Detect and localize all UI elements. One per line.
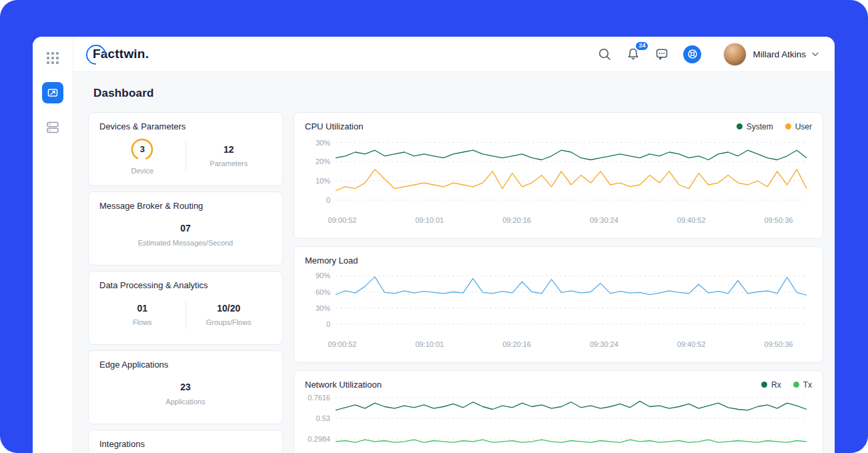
charts-column: CPU Utilization SystemUser 30%20%10%009:… bbox=[294, 112, 823, 453]
stat-parameters: 12 Parameters bbox=[186, 144, 272, 167]
device-progress-ring: 3 bbox=[129, 137, 155, 162]
legend-label: Tx bbox=[803, 380, 812, 390]
stat-value: 12 bbox=[224, 144, 234, 155]
chart-header: CPU Utilization SystemUser bbox=[305, 121, 812, 131]
legend-label: System bbox=[747, 122, 773, 131]
app-window: Facttwin. 24 bbox=[33, 37, 835, 453]
svg-text:09:30:24: 09:30:24 bbox=[590, 340, 618, 348]
chart-title: Network Utilizatioon bbox=[305, 380, 382, 390]
dashboard-icon bbox=[47, 87, 59, 99]
avatar bbox=[723, 43, 747, 66]
stat-groups-flows: 10/20 Groups/Flows bbox=[186, 303, 272, 326]
svg-text:09:50:36: 09:50:36 bbox=[765, 216, 793, 224]
svg-text:90%: 90% bbox=[316, 272, 330, 280]
logo-ring-icon bbox=[82, 41, 110, 69]
chart-plot: 30%20%10%009:00:5209:10:0109:20:1609:30:… bbox=[305, 131, 812, 230]
main-area: Dashboard Devices & Parameters bbox=[73, 72, 835, 453]
stat-row: 23 Applications bbox=[99, 372, 272, 415]
stat-flows: 01 Flows bbox=[99, 303, 185, 326]
svg-text:30%: 30% bbox=[316, 139, 330, 147]
stat-label: Parameters bbox=[209, 159, 248, 167]
stat-label: Device bbox=[131, 167, 153, 175]
support-icon bbox=[687, 48, 699, 60]
app-frame: Facttwin. 24 bbox=[0, 0, 868, 453]
notifications-button[interactable]: 24 bbox=[626, 47, 640, 61]
svg-text:0.7616: 0.7616 bbox=[308, 394, 330, 402]
chart-body: 90%60%30%009:00:5209:10:0109:20:1609:30:… bbox=[305, 266, 812, 354]
topbar: Facttwin. 24 bbox=[73, 37, 835, 72]
svg-text:0: 0 bbox=[326, 320, 330, 328]
svg-text:09:40:52: 09:40:52 bbox=[677, 340, 706, 348]
messages-button[interactable] bbox=[655, 47, 669, 61]
card-title: Devices & Parameters bbox=[99, 121, 272, 131]
chart-plot: 0.76160.530.298409:00:5209:10:0109:20:16… bbox=[305, 390, 812, 453]
chart-header: Memory Load bbox=[305, 256, 812, 266]
card-message-broker: Message Broker & Routing 07 Estimated Me… bbox=[88, 191, 283, 266]
stat-row: 01 Flows 10/20 Groups/Flows bbox=[99, 293, 272, 336]
legend-label: User bbox=[795, 122, 812, 131]
chart-legend: RxTx bbox=[761, 380, 812, 390]
card-title: Data Processing & Analytics bbox=[99, 280, 272, 290]
chart-header: Network Utilizatioon RxTx bbox=[305, 380, 812, 390]
legend-item: User bbox=[785, 122, 812, 131]
stat-value: 01 bbox=[137, 303, 147, 314]
chat-icon bbox=[655, 47, 669, 61]
apps-grid-glyph bbox=[47, 52, 59, 64]
chart-body: 0.76160.530.298409:00:5209:10:0109:20:16… bbox=[305, 390, 812, 453]
chart-title: Memory Load bbox=[305, 256, 358, 266]
svg-text:09:20:16: 09:20:16 bbox=[502, 340, 531, 348]
content-column: Facttwin. 24 bbox=[73, 37, 835, 453]
servers-icon bbox=[46, 121, 59, 134]
stat-value: 07 bbox=[180, 223, 191, 234]
user-name: Millard Atkins bbox=[753, 49, 806, 59]
svg-text:0.53: 0.53 bbox=[316, 414, 330, 422]
svg-text:09:30:24: 09:30:24 bbox=[590, 216, 618, 224]
card-title: Message Broker & Routing bbox=[99, 201, 272, 211]
stat-row: 07 Estimated Messages/Second bbox=[99, 213, 272, 256]
stat-value: 23 bbox=[180, 382, 191, 392]
card-data-processing: Data Processing & Analytics 01 Flows 10/… bbox=[88, 271, 283, 345]
svg-text:09:50:36: 09:50:36 bbox=[765, 340, 793, 348]
svg-text:10%: 10% bbox=[316, 177, 330, 185]
legend-dot bbox=[761, 382, 767, 388]
svg-text:09:10:01: 09:10:01 bbox=[415, 340, 444, 348]
stat-device: 3 Device bbox=[99, 137, 185, 175]
legend-dot bbox=[785, 123, 791, 129]
legend-label: Rx bbox=[771, 380, 781, 390]
stat-label: Groups/Flows bbox=[206, 318, 252, 326]
stat-label: Flows bbox=[133, 318, 152, 326]
stat-value: 10/20 bbox=[217, 303, 240, 314]
svg-text:09:00:52: 09:00:52 bbox=[328, 216, 357, 224]
topbar-actions: 24 bbox=[597, 43, 819, 66]
sidebar-item-dashboard[interactable] bbox=[42, 82, 63, 103]
user-menu[interactable]: Millard Atkins bbox=[723, 43, 819, 66]
legend-dot bbox=[793, 382, 799, 388]
card-devices-parameters: Devices & Parameters 3 Devi bbox=[88, 112, 283, 186]
chart-title: CPU Utilization bbox=[305, 121, 363, 131]
notification-badge: 24 bbox=[634, 41, 649, 51]
card-integrations: Integrations bbox=[88, 430, 283, 453]
sidebar bbox=[33, 37, 73, 453]
support-button[interactable] bbox=[683, 45, 701, 63]
dashboard-grid: Devices & Parameters 3 Devi bbox=[88, 112, 820, 453]
chart-network-utilization: Network Utilizatioon RxTx 0.76160.530.29… bbox=[294, 370, 823, 453]
svg-text:60%: 60% bbox=[316, 288, 330, 296]
search-button[interactable] bbox=[597, 47, 612, 61]
sidebar-item-servers[interactable] bbox=[42, 117, 63, 138]
apps-grid-icon[interactable] bbox=[42, 47, 63, 69]
svg-text:30%: 30% bbox=[316, 304, 330, 312]
chart-body: 30%20%10%009:00:5209:10:0109:20:1609:30:… bbox=[305, 131, 812, 230]
svg-text:09:40:52: 09:40:52 bbox=[677, 216, 706, 224]
card-edge-applications: Edge Applications 23 Applications bbox=[88, 350, 283, 424]
svg-text:09:00:52: 09:00:52 bbox=[328, 340, 357, 348]
ring-icon bbox=[129, 137, 155, 162]
legend-item: Rx bbox=[761, 380, 781, 390]
chart-memory-load: Memory Load 90%60%30%009:00:5209:10:0109… bbox=[294, 246, 823, 363]
svg-text:0.2984: 0.2984 bbox=[308, 435, 330, 443]
brand-logo: Facttwin. bbox=[89, 47, 149, 61]
search-icon bbox=[598, 47, 611, 61]
stats-column: Devices & Parameters 3 Devi bbox=[88, 112, 283, 453]
chart-legend: SystemUser bbox=[737, 122, 812, 131]
legend-item: System bbox=[737, 122, 773, 131]
page-title: Dashboard bbox=[93, 87, 815, 100]
